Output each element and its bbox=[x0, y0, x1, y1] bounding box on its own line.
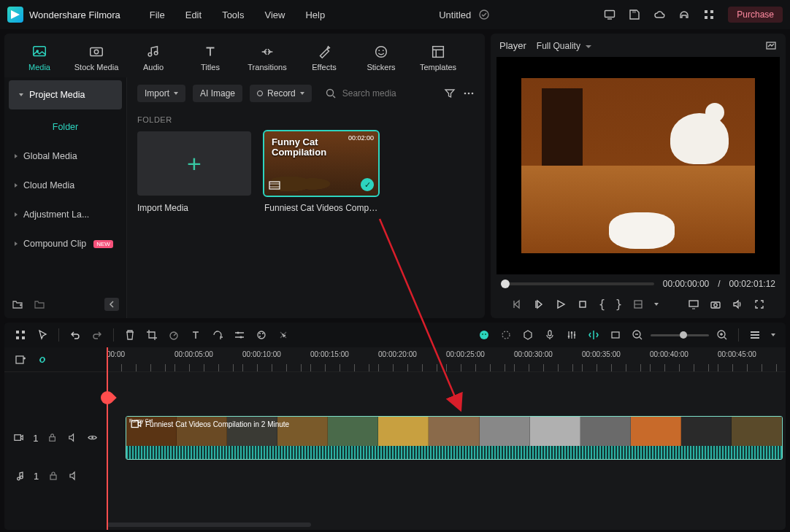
more-icon[interactable] bbox=[463, 88, 475, 99]
audio-track-icon bbox=[13, 470, 25, 482]
timeline-ruler[interactable]: 00:00 00:00:05:00 00:00:10:00 00:00:15:0… bbox=[107, 347, 786, 372]
sidebar-folder[interactable]: Folder bbox=[4, 112, 126, 142]
timeline-clip[interactable]: Funniest Cat Videos Compilation in 2 Min… bbox=[126, 416, 783, 460]
sidebar-compound-clip[interactable]: Compound ClipNEW bbox=[4, 229, 126, 258]
timeline-scrollbar[interactable] bbox=[107, 523, 311, 527]
split-icon[interactable] bbox=[588, 329, 599, 341]
menu-tools[interactable]: Tools bbox=[222, 9, 244, 20]
chevron-down-icon[interactable] bbox=[771, 334, 775, 336]
tab-templates[interactable]: Templates bbox=[412, 39, 464, 77]
marker-add-icon[interactable] bbox=[522, 329, 534, 341]
menu-edit[interactable]: Edit bbox=[185, 9, 202, 20]
tab-effects[interactable]: Effects bbox=[298, 39, 350, 77]
grid-icon[interactable] bbox=[15, 329, 26, 341]
playhead[interactable] bbox=[107, 347, 108, 530]
clip-waveform bbox=[126, 446, 782, 459]
tab-titles[interactable]: Titles bbox=[184, 39, 237, 77]
crop-ratio-icon[interactable] bbox=[632, 298, 644, 310]
play-icon[interactable] bbox=[555, 298, 567, 310]
sidebar-cloud-media[interactable]: Cloud Media bbox=[4, 171, 126, 200]
svg-rect-31 bbox=[22, 336, 25, 339]
audio-track-head[interactable]: 1 bbox=[4, 460, 107, 492]
frame-icon[interactable] bbox=[610, 329, 621, 341]
color-icon[interactable] bbox=[256, 329, 267, 341]
text-icon[interactable] bbox=[190, 329, 202, 341]
video-track-head[interactable]: 1 bbox=[4, 416, 107, 460]
speed-icon[interactable] bbox=[168, 329, 180, 341]
search-input[interactable] bbox=[342, 88, 423, 99]
import-button[interactable]: Import bbox=[137, 85, 185, 102]
tab-stock-media[interactable]: Stock Media bbox=[70, 39, 123, 77]
menu-help[interactable]: Help bbox=[305, 9, 325, 20]
track-mute-icon[interactable] bbox=[67, 432, 78, 444]
player-viewport[interactable] bbox=[496, 57, 780, 274]
keyframe-icon[interactable] bbox=[500, 329, 512, 341]
track-lock-icon[interactable] bbox=[47, 470, 59, 482]
record-button[interactable]: Record bbox=[250, 85, 312, 102]
svg-point-41 bbox=[485, 334, 486, 335]
mic-icon[interactable] bbox=[544, 329, 556, 341]
adjust-icon[interactable] bbox=[234, 329, 245, 341]
stop-icon[interactable] bbox=[577, 298, 588, 310]
step-back-icon[interactable] bbox=[533, 298, 545, 310]
delete-icon[interactable] bbox=[124, 329, 136, 341]
ai-assistant-icon[interactable] bbox=[478, 329, 490, 341]
tab-stickers[interactable]: Stickers bbox=[355, 39, 407, 77]
sidebar-project-media[interactable]: Project Media bbox=[9, 80, 122, 109]
quality-select[interactable]: Full Quality bbox=[537, 41, 591, 51]
sidebar-adjustment[interactable]: Adjustment La... bbox=[4, 200, 126, 229]
menu-view[interactable]: View bbox=[264, 9, 285, 20]
filter-icon[interactable] bbox=[444, 88, 456, 99]
menu-file[interactable]: File bbox=[150, 9, 165, 20]
time-total: 00:02:01:12 bbox=[729, 279, 775, 289]
record-icon bbox=[257, 90, 263, 96]
rotate-icon[interactable] bbox=[212, 329, 223, 341]
mixer-icon[interactable] bbox=[566, 329, 578, 341]
tab-audio[interactable]: Audio bbox=[127, 39, 180, 77]
import-media-card[interactable]: + Import Media bbox=[137, 131, 251, 213]
purchase-button[interactable]: Purchase bbox=[728, 7, 783, 23]
prev-frame-icon[interactable] bbox=[511, 298, 523, 310]
svg-point-33 bbox=[237, 332, 239, 334]
zoom-in-icon[interactable] bbox=[716, 329, 728, 341]
track-visible-icon[interactable] bbox=[87, 432, 98, 444]
seek-bar[interactable] bbox=[501, 282, 654, 285]
open-folder-icon[interactable] bbox=[34, 298, 45, 310]
media-clip-card[interactable]: 00:02:00 Funny Cat Compilation ✓ Funnies… bbox=[264, 131, 378, 213]
mark-out-icon[interactable]: } bbox=[615, 298, 622, 311]
undo-icon[interactable] bbox=[69, 329, 81, 341]
save-icon[interactable] bbox=[629, 9, 640, 20]
fullscreen-icon[interactable] bbox=[753, 298, 765, 310]
ai-image-button[interactable]: AI Image bbox=[193, 85, 242, 102]
track-mute-icon[interactable] bbox=[68, 470, 80, 482]
mark-in-icon[interactable]: { bbox=[599, 298, 605, 311]
apps-icon[interactable] bbox=[703, 9, 715, 20]
track-lock-icon[interactable] bbox=[47, 432, 58, 444]
redo-icon[interactable] bbox=[91, 329, 103, 341]
display-icon[interactable] bbox=[688, 298, 699, 310]
svg-rect-28 bbox=[16, 331, 19, 334]
svg-point-27 bbox=[714, 304, 717, 307]
link-icon[interactable] bbox=[37, 354, 48, 366]
zoom-slider[interactable] bbox=[651, 334, 709, 336]
volume-icon[interactable] bbox=[732, 298, 743, 310]
caret-right-icon bbox=[15, 154, 18, 158]
ruler-tick: 00:00 bbox=[107, 347, 175, 371]
sidebar-global-media[interactable]: Global Media bbox=[4, 142, 126, 171]
tab-transitions[interactable]: Transitions bbox=[241, 39, 294, 77]
tab-media[interactable]: Media bbox=[13, 39, 66, 77]
more-tools-icon[interactable] bbox=[277, 329, 289, 341]
headset-icon[interactable] bbox=[678, 9, 690, 20]
add-folder-icon[interactable] bbox=[12, 298, 23, 310]
collapse-sidebar-button[interactable] bbox=[104, 298, 119, 311]
zoom-out-icon[interactable] bbox=[632, 329, 643, 341]
add-track-icon[interactable] bbox=[15, 354, 26, 366]
chevron-down-icon[interactable] bbox=[654, 303, 659, 306]
camera-icon[interactable] bbox=[710, 298, 721, 310]
cloud-icon[interactable] bbox=[653, 9, 665, 20]
track-view-icon[interactable] bbox=[749, 329, 761, 341]
snapshot-tool-icon[interactable] bbox=[765, 39, 777, 51]
monitor-icon[interactable] bbox=[604, 9, 615, 20]
crop-icon[interactable] bbox=[146, 329, 158, 341]
cursor-icon[interactable] bbox=[37, 329, 48, 341]
